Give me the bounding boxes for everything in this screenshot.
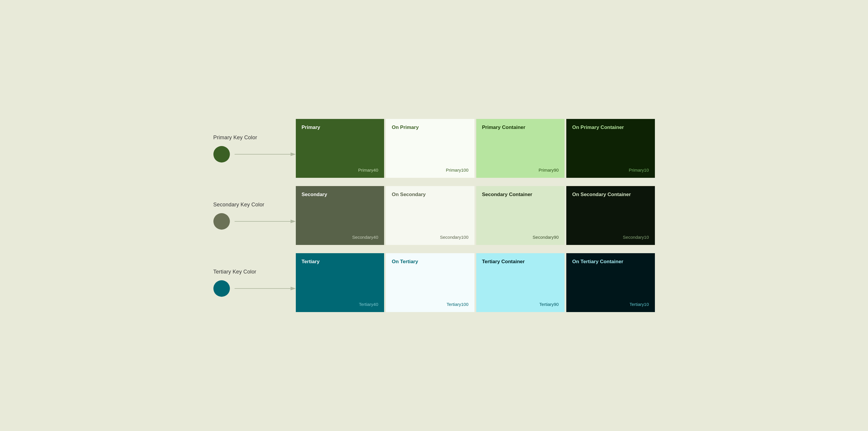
arrow-icon-primary xyxy=(235,151,296,157)
swatch-title-tertiary-main: Tertiary xyxy=(302,258,378,265)
key-section-tertiary: Tertiary Key Color xyxy=(213,269,296,297)
swatch-code-secondary-main: Secondary40 xyxy=(352,235,378,240)
swatch-code-primary-on-container: Primary10 xyxy=(629,167,649,173)
swatch-title-primary-container: Primary Container xyxy=(482,124,559,131)
swatch-code-tertiary-container: Tertiary90 xyxy=(539,302,559,307)
swatches-grid-secondary: SecondarySecondary40On SecondarySecondar… xyxy=(296,186,655,245)
color-row-secondary: Secondary Key Color SecondarySecondary40… xyxy=(213,186,655,245)
swatch-title-secondary-on: On Secondary xyxy=(392,191,469,198)
swatch-secondary-on: On SecondarySecondary100 xyxy=(386,186,474,245)
page-container: Primary Key Color PrimaryPrimary40On Pri… xyxy=(213,119,655,312)
key-label-primary: Primary Key Color xyxy=(213,134,296,141)
swatch-title-secondary-container: Secondary Container xyxy=(482,191,559,198)
swatch-code-secondary-container: Secondary90 xyxy=(533,235,559,240)
swatch-tertiary-on: On TertiaryTertiary100 xyxy=(386,253,474,312)
key-section-secondary: Secondary Key Color xyxy=(213,202,296,229)
svg-marker-1 xyxy=(290,153,296,156)
key-arrow-row-primary xyxy=(213,146,296,162)
swatch-tertiary-container: Tertiary ContainerTertiary90 xyxy=(476,253,565,312)
svg-marker-5 xyxy=(290,287,296,290)
swatch-code-primary-container: Primary90 xyxy=(539,167,559,173)
color-row-tertiary: Tertiary Key Color TertiaryTertiary40On … xyxy=(213,253,655,312)
swatch-code-secondary-on-container: Secondary10 xyxy=(623,235,649,240)
swatch-code-primary-main: Primary40 xyxy=(358,167,378,173)
swatch-secondary-container: Secondary ContainerSecondary90 xyxy=(476,186,565,245)
arrow-icon-secondary xyxy=(235,218,296,224)
swatch-code-secondary-on: Secondary100 xyxy=(440,235,469,240)
swatch-primary-container: Primary ContainerPrimary90 xyxy=(476,119,565,178)
swatch-code-primary-on: Primary100 xyxy=(446,167,469,173)
arrow-icon-tertiary xyxy=(235,285,296,291)
swatch-title-primary-main: Primary xyxy=(302,124,378,131)
key-arrow-row-tertiary xyxy=(213,280,296,297)
key-circle-tertiary xyxy=(213,280,230,297)
swatch-title-tertiary-container: Tertiary Container xyxy=(482,258,559,265)
swatch-secondary-main: SecondarySecondary40 xyxy=(296,186,384,245)
key-label-secondary: Secondary Key Color xyxy=(213,202,296,208)
color-row-primary: Primary Key Color PrimaryPrimary40On Pri… xyxy=(213,119,655,178)
swatch-title-secondary-on-container: On Secondary Container xyxy=(572,191,649,198)
swatch-primary-on: On PrimaryPrimary100 xyxy=(386,119,474,178)
swatch-title-tertiary-on-container: On Tertiary Container xyxy=(572,258,649,265)
key-label-tertiary: Tertiary Key Color xyxy=(213,269,296,275)
swatch-code-tertiary-on: Tertiary100 xyxy=(446,302,468,307)
swatch-tertiary-main: TertiaryTertiary40 xyxy=(296,253,384,312)
swatch-primary-on-container: On Primary ContainerPrimary10 xyxy=(566,119,655,178)
svg-marker-3 xyxy=(290,220,296,223)
key-arrow-row-secondary xyxy=(213,213,296,229)
swatch-title-secondary-main: Secondary xyxy=(302,191,378,198)
key-section-primary: Primary Key Color xyxy=(213,134,296,162)
swatch-title-primary-on: On Primary xyxy=(392,124,469,131)
swatches-grid-primary: PrimaryPrimary40On PrimaryPrimary100Prim… xyxy=(296,119,655,178)
swatch-title-tertiary-on: On Tertiary xyxy=(392,258,469,265)
swatch-code-tertiary-main: Tertiary40 xyxy=(359,302,378,307)
key-circle-secondary xyxy=(213,213,230,229)
swatch-secondary-on-container: On Secondary ContainerSecondary10 xyxy=(566,186,655,245)
swatch-title-primary-on-container: On Primary Container xyxy=(572,124,649,131)
key-circle-primary xyxy=(213,146,230,162)
swatch-tertiary-on-container: On Tertiary ContainerTertiary10 xyxy=(566,253,655,312)
swatch-code-tertiary-on-container: Tertiary10 xyxy=(629,302,649,307)
swatch-primary-main: PrimaryPrimary40 xyxy=(296,119,384,178)
swatches-grid-tertiary: TertiaryTertiary40On TertiaryTertiary100… xyxy=(296,253,655,312)
